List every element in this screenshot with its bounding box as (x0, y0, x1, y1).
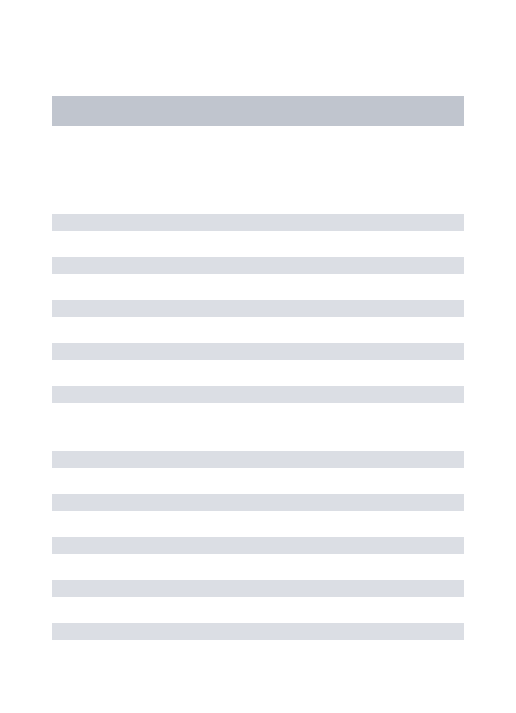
skeleton-line (52, 451, 464, 468)
skeleton-line (52, 257, 464, 274)
skeleton-line (52, 300, 464, 317)
skeleton-line (52, 623, 464, 640)
skeleton-line (52, 537, 464, 554)
skeleton-header-bar (52, 96, 464, 126)
skeleton-line (52, 343, 464, 360)
skeleton-line-group (52, 214, 464, 403)
skeleton-line (52, 494, 464, 511)
skeleton-line (52, 386, 464, 403)
skeleton-line-group (52, 451, 464, 640)
skeleton-container (0, 0, 516, 640)
skeleton-line (52, 580, 464, 597)
skeleton-line (52, 214, 464, 231)
